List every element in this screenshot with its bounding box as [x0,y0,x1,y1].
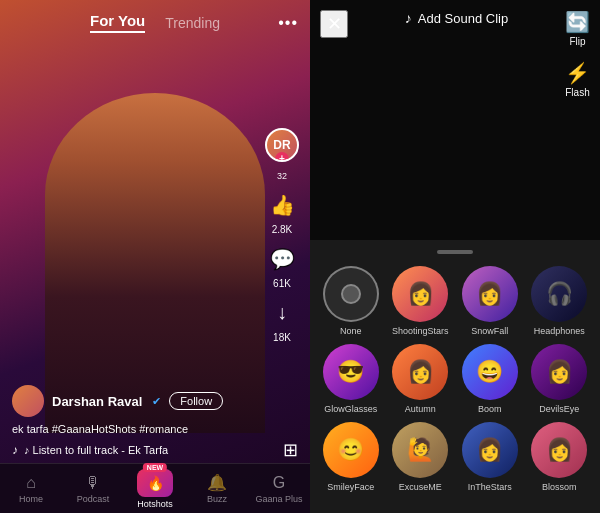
effect-label-blossom: Blossom [542,482,577,492]
effect-shooting-stars[interactable]: 👩ShootingStars [390,266,452,336]
right-panel: ✕ ♪ Add Sound Clip 🔄 Flip ⚡ Flash None👩S… [310,0,600,513]
music-row[interactable]: ♪ ♪ Listen to full track - Ek Tarfa ⊞ [12,439,298,461]
effect-smiley-face[interactable]: 😊SmileyFace [320,422,382,492]
effect-headphones[interactable]: 🎧Headphones [529,266,591,336]
like-count: 2.8K [272,224,293,235]
nav-home-label: Home [19,494,43,504]
follow-button[interactable]: Follow [169,392,223,410]
flash-control[interactable]: ⚡ Flash [565,61,590,98]
caption: ek tarfa #GaanaHotShots #romance [12,423,298,435]
flash-icon: ⚡ [565,61,590,85]
share-count: 18K [273,332,291,343]
left-panel: For You Trending ••• DR + 32 👍 2.8K 💬 61… [0,0,310,513]
effect-label-snowfall: SnowFall [471,326,508,336]
verified-icon: ✔ [152,395,161,408]
effect-label-glow-glasses: GlowGlasses [324,404,377,414]
effect-devils-eye[interactable]: 👩DevilsEye [529,344,591,414]
tab-for-you[interactable]: For You [90,12,145,33]
nav-gaana-plus-label: Gaana Plus [255,494,302,504]
effect-label-autumn: Autumn [405,404,436,414]
flip-icon: 🔄 [565,10,590,34]
buzz-icon: 🔔 [207,473,227,492]
person-visual [45,93,265,433]
like-action[interactable]: 👍 2.8K [264,187,300,235]
effect-label-smiley-face: SmileyFace [327,482,374,492]
effect-autumn[interactable]: 👩Autumn [390,344,452,414]
effect-blossom[interactable]: 👩Blossom [529,422,591,492]
drag-handle [437,250,473,254]
gaana-plus-icon: G [273,474,285,492]
music-label: ♪ Listen to full track - Ek Tarfa [24,444,168,456]
camera-area: ✕ ♪ Add Sound Clip 🔄 Flip ⚡ Flash [310,0,600,240]
share-action[interactable]: ↓ 18K [264,295,300,343]
effect-label-headphones: Headphones [534,326,585,336]
share-icon: ↓ [264,295,300,331]
profile-action[interactable]: DR + 32 [265,128,299,181]
user-row: Darshan Raval ✔ Follow [12,385,298,417]
nav-gaana-plus[interactable]: G Gaana Plus [248,474,310,504]
nav-home[interactable]: ⌂ Home [0,474,62,504]
effects-area: None👩ShootingStars👩SnowFall🎧Headphones😎G… [310,240,600,513]
new-badge: NEW [143,463,167,472]
effect-label-none: None [340,326,362,336]
like-icon: 👍 [264,187,300,223]
tab-trending[interactable]: Trending [165,15,220,31]
more-options-button[interactable]: ••• [278,14,298,32]
effect-none[interactable]: None [320,266,382,336]
bottom-nav: ⌂ Home 🎙 Podcast NEW 🔥 Hotshots 🔔 Buzz G… [0,463,310,513]
hotshots-icon: NEW 🔥 [137,469,173,497]
profile-avatar: DR + [265,128,299,162]
flip-control[interactable]: 🔄 Flip [565,10,590,47]
right-actions: DR + 32 👍 2.8K 💬 61K ↓ 18K [264,128,300,343]
effect-boom[interactable]: 😄Boom [459,344,521,414]
nav-hotshots[interactable]: NEW 🔥 Hotshots [124,469,186,509]
username: Darshan Raval [52,394,142,409]
follower-count: 32 [277,171,287,181]
effect-excuse-me[interactable]: 🙋ExcuseME [390,422,452,492]
top-bar: For You Trending ••• [0,0,310,41]
nav-podcast[interactable]: 🎙 Podcast [62,474,124,504]
effect-glow-glasses[interactable]: 😎GlowGlasses [320,344,382,414]
nav-buzz[interactable]: 🔔 Buzz [186,473,248,504]
flip-label: Flip [569,36,585,47]
comment-action[interactable]: 💬 61K [264,241,300,289]
bottom-info: Darshan Raval ✔ Follow ek tarfa #GaanaHo… [0,385,310,461]
nav-podcast-label: Podcast [77,494,110,504]
effect-in-the-stars[interactable]: 👩InTheStars [459,422,521,492]
effect-label-shooting-stars: ShootingStars [392,326,449,336]
comment-count: 61K [273,278,291,289]
effect-label-excuse-me: ExcuseME [399,482,442,492]
add-sound-label: Add Sound Clip [418,11,508,26]
close-button[interactable]: ✕ [320,10,348,38]
follow-plus-icon: + [275,152,289,162]
nav-hotshots-label: Hotshots [137,499,173,509]
add-music-icon[interactable]: ⊞ [283,439,298,461]
music-icon-top: ♪ [405,10,412,26]
home-icon: ⌂ [26,474,36,492]
effects-grid: None👩ShootingStars👩SnowFall🎧Headphones😎G… [320,266,590,492]
camera-controls: 🔄 Flip ⚡ Flash [565,10,590,98]
nav-buzz-label: Buzz [207,494,227,504]
effect-snowfall[interactable]: 👩SnowFall [459,266,521,336]
podcast-icon: 🎙 [85,474,101,492]
effect-label-devils-eye: DevilsEye [539,404,579,414]
user-avatar [12,385,44,417]
effect-label-in-the-stars: InTheStars [468,482,512,492]
effect-label-boom: Boom [478,404,502,414]
add-sound-row[interactable]: ♪ Add Sound Clip [405,10,508,26]
music-note-icon: ♪ [12,443,18,457]
comment-icon: 💬 [264,241,300,277]
flash-label: Flash [565,87,589,98]
